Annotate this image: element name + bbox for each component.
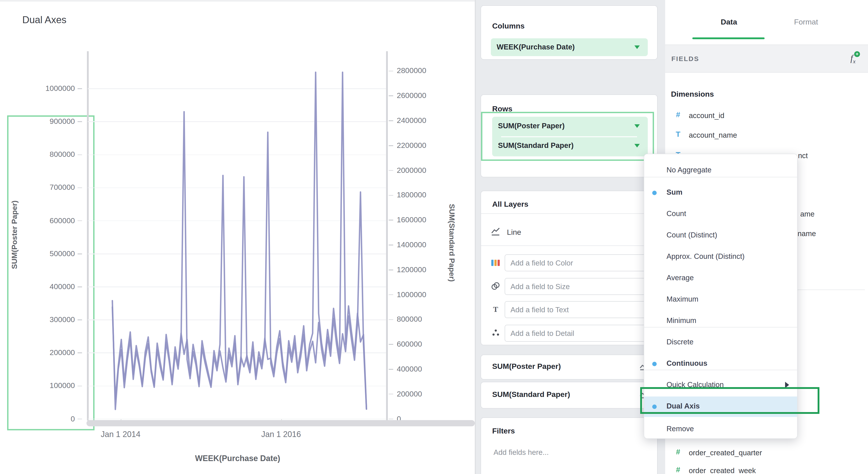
layer-row-standard-paper[interactable]: SUM(Standard Paper) — [480, 382, 658, 408]
menu-item-average[interactable]: Average — [644, 268, 797, 289]
right-tick — [389, 319, 393, 320]
right-tick-label: 2400000 — [397, 116, 426, 125]
field-item-label: order_created_quarter — [689, 449, 762, 457]
chevron-down-icon[interactable] — [634, 124, 640, 128]
left-tick-label: 200000 — [35, 348, 75, 357]
chart-type-label[interactable]: Line — [507, 228, 521, 237]
menu-item-minimum[interactable]: Minimum — [644, 311, 797, 332]
tab-format[interactable]: Format — [794, 18, 818, 27]
right-tick-label: 2600000 — [397, 91, 426, 100]
tab-data[interactable]: Data — [721, 18, 737, 27]
rows-card: Rows SUM(Poster Paper) SUM(Standard Pape… — [480, 95, 658, 177]
annotation-box-dual-axis — [640, 387, 819, 414]
right-axis-line — [386, 51, 388, 420]
covered-dimension-fragment: nct — [798, 151, 808, 160]
left-tick — [78, 221, 82, 221]
gridline — [88, 352, 386, 353]
x-tick-label: Jan 1 2016 — [261, 430, 301, 439]
right-tick — [389, 394, 393, 395]
menu-item-label: No Aggregate — [666, 166, 712, 174]
left-tick-label: 700000 — [35, 183, 75, 192]
menu-item-discrete[interactable]: Discrete — [644, 332, 797, 353]
detail-icon — [491, 329, 501, 337]
menu-item-count[interactable]: Count — [644, 204, 797, 225]
left-axis-title: SUM(Poster Paper) — [10, 200, 19, 269]
gridline — [88, 286, 386, 287]
left-tick-label: 100000 — [35, 381, 75, 391]
selected-dot-icon — [652, 191, 657, 195]
fields-label: FIELDS — [672, 55, 699, 62]
pill-divider — [501, 136, 637, 137]
number-type-icon: # — [674, 448, 683, 456]
left-tick — [78, 286, 82, 287]
right-tick — [389, 369, 393, 370]
right-tick — [389, 71, 393, 71]
color-icon — [491, 259, 501, 266]
menu-item-label: Continuous — [666, 359, 707, 368]
field-item-label: order_created_week — [689, 467, 756, 474]
right-tick — [389, 220, 393, 221]
all-layers-card: All Layers Line Add a field to ColorAdd … — [480, 191, 658, 345]
chart-horizontal-scrollbar[interactable] — [87, 420, 475, 426]
chart-title: Dual Axes — [22, 14, 66, 26]
number-type-icon: # — [674, 110, 683, 120]
columns-pill-week-purchase-date[interactable]: WEEK(Purchase Date) — [491, 38, 648, 56]
right-tick — [389, 270, 393, 270]
right-tick — [389, 419, 393, 419]
field-slot-placeholder: Add a field to Size — [510, 282, 570, 291]
right-tick-label: 200000 — [397, 390, 422, 399]
columns-pill-label: WEEK(Purchase Date) — [497, 43, 575, 51]
text-type-icon: T — [674, 130, 683, 139]
left-tick — [78, 385, 82, 386]
series-standard-paper — [112, 72, 367, 409]
gridline — [88, 155, 386, 155]
chevron-down-icon[interactable] — [634, 144, 640, 147]
rows-pill-standard-paper[interactable]: SUM(Standard Paper) — [498, 141, 574, 150]
menu-item-continuous[interactable]: Continuous — [644, 354, 797, 374]
columns-card: Columns WEEK(Purchase Date) — [480, 5, 658, 60]
covered-dimension-fragment: name — [798, 230, 816, 238]
field-slot-placeholder: Add a field to Text — [510, 306, 569, 314]
menu-item-label: Minimum — [666, 316, 696, 325]
menu-item-no-aggregate[interactable]: No Aggregate — [644, 160, 797, 181]
app-root: Dual Axes 010000020000030000040000050000… — [0, 0, 868, 474]
filters-drop-zone[interactable]: Add fields here... — [494, 448, 549, 456]
layer-row-poster-paper[interactable]: SUM(Poster Paper) — [480, 354, 658, 379]
right-tick — [389, 195, 393, 196]
menu-item-maximum[interactable]: Maximum — [644, 290, 797, 310]
gridline — [88, 419, 386, 419]
menu-item-label: Count (Distinct) — [666, 231, 717, 239]
menu-divider — [644, 327, 797, 328]
add-calculated-field-icon[interactable]: fx+ — [850, 53, 856, 65]
field-slot-color[interactable]: Add a field to Color — [505, 255, 650, 271]
rows-pill-poster-paper[interactable]: SUM(Poster Paper) — [498, 122, 565, 130]
active-tab-indicator — [692, 37, 765, 39]
gridline — [88, 89, 386, 89]
gridline — [88, 253, 386, 254]
size-icon — [491, 282, 501, 290]
field-slot-size[interactable]: Add a field to Size — [505, 278, 650, 295]
menu-item-count-distinct-[interactable]: Count (Distinct) — [644, 226, 797, 246]
number-type-icon: # — [674, 466, 683, 474]
field-slot-text[interactable]: Add a field to Text — [505, 301, 650, 318]
chevron-down-icon[interactable] — [634, 45, 640, 49]
dimension-item-label: account_name — [689, 131, 737, 139]
menu-item-approx-count-distinct-[interactable]: Approx. Count (Distinct) — [644, 247, 797, 267]
selected-dot-icon — [652, 362, 657, 366]
menu-item-label: Discrete — [666, 338, 693, 346]
field-slot-detail[interactable]: Add a field to Detail — [505, 325, 650, 342]
left-axis-line — [87, 51, 89, 420]
left-tick — [78, 89, 82, 89]
left-tick-label: 900000 — [35, 117, 75, 126]
series-poster-paper — [112, 112, 367, 409]
left-tick — [78, 319, 82, 320]
menu-divider — [644, 370, 797, 370]
right-tick-label: 1400000 — [397, 241, 426, 249]
right-tick-label: 1800000 — [397, 191, 426, 200]
right-tick-label: 400000 — [397, 365, 422, 374]
menu-item-sum[interactable]: Sum — [644, 183, 797, 203]
gridline — [88, 187, 386, 188]
left-tick — [78, 122, 82, 122]
field-slot-placeholder: Add a field to Color — [510, 259, 573, 267]
menu-item-remove[interactable]: Remove — [644, 419, 797, 440]
